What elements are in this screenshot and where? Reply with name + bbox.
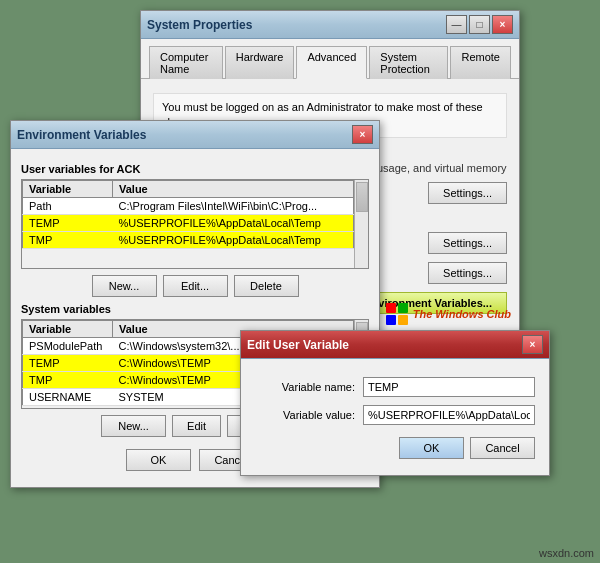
var-value-input[interactable] bbox=[363, 405, 535, 425]
maximize-button[interactable]: □ bbox=[469, 15, 490, 34]
title-bar-buttons: — □ × bbox=[446, 15, 513, 34]
user-profiles-settings-btn[interactable]: Settings... bbox=[428, 232, 507, 254]
user-var-variable: TMP bbox=[23, 232, 113, 249]
edit-var-close-button[interactable]: × bbox=[522, 335, 543, 354]
user-var-value: %USERPROFILE%\AppData\Local\Temp bbox=[113, 232, 354, 249]
var-value-label: Variable value: bbox=[255, 409, 355, 421]
watermark-text: The Windows Club bbox=[413, 308, 511, 320]
windows-logo-icon bbox=[385, 302, 409, 326]
user-vars-scrollbar[interactable] bbox=[354, 180, 368, 268]
edit-var-title-buttons: × bbox=[522, 335, 543, 354]
user-edit-button[interactable]: Edit... bbox=[163, 275, 228, 297]
svg-rect-1 bbox=[398, 303, 408, 313]
sys-col-variable: Variable bbox=[23, 321, 113, 338]
user-var-value: %USERPROFILE%\AppData\Local\Temp bbox=[113, 215, 354, 232]
user-vars-section: User variables for ACK Variable Value Pa… bbox=[21, 163, 369, 297]
sys-var-variable: TEMP bbox=[23, 355, 113, 372]
system-vars-title: System variables bbox=[21, 303, 369, 315]
env-vars-close-button[interactable]: × bbox=[352, 125, 373, 144]
bottom-watermark: wsxdn.com bbox=[539, 547, 594, 559]
close-button[interactable]: × bbox=[492, 15, 513, 34]
tab-hardware[interactable]: Hardware bbox=[225, 46, 295, 79]
tab-advanced[interactable]: Advanced bbox=[296, 46, 367, 79]
user-var-variable: TEMP bbox=[23, 215, 113, 232]
env-vars-title-buttons: × bbox=[352, 125, 373, 144]
var-name-label: Variable name: bbox=[255, 381, 355, 393]
svg-rect-2 bbox=[386, 315, 396, 325]
sys-var-variable: USERNAME bbox=[23, 389, 113, 406]
user-new-button[interactable]: New... bbox=[92, 275, 157, 297]
watermark-area: The Windows Club bbox=[385, 302, 511, 326]
user-vars-scrollbar-thumb bbox=[356, 182, 368, 212]
edit-var-btn-row: OK Cancel bbox=[255, 437, 535, 459]
system-new-button[interactable]: New... bbox=[101, 415, 166, 437]
startup-settings-btn[interactable]: Settings... bbox=[428, 262, 507, 284]
user-vars-btn-row: New... Edit... Delete bbox=[21, 275, 369, 297]
var-name-row: Variable name: bbox=[255, 377, 535, 397]
sys-var-variable: PSModulePath bbox=[23, 338, 113, 355]
user-var-row[interactable]: PathC:\Program Files\Intel\WiFi\bin\C:\P… bbox=[23, 198, 354, 215]
user-vars-table-container: Variable Value PathC:\Program Files\Inte… bbox=[21, 179, 369, 269]
tab-remote[interactable]: Remote bbox=[450, 46, 511, 79]
user-col-variable: Variable bbox=[23, 181, 113, 198]
user-col-value: Value bbox=[113, 181, 354, 198]
env-ok-button[interactable]: OK bbox=[126, 449, 191, 471]
user-delete-button[interactable]: Delete bbox=[234, 275, 299, 297]
env-vars-title-bar: Environment Variables × bbox=[11, 121, 379, 149]
user-var-variable: Path bbox=[23, 198, 113, 215]
user-var-value: C:\Program Files\Intel\WiFi\bin\C:\Prog.… bbox=[113, 198, 354, 215]
sys-var-variable: TMP bbox=[23, 372, 113, 389]
env-vars-title: Environment Variables bbox=[17, 128, 146, 142]
user-vars-table: Variable Value PathC:\Program Files\Inte… bbox=[22, 180, 354, 249]
edit-user-variable-dialog: Edit User Variable × Variable name: Vari… bbox=[240, 330, 550, 476]
edit-var-cancel-button[interactable]: Cancel bbox=[470, 437, 535, 459]
tab-computer-name[interactable]: Computer Name bbox=[149, 46, 223, 79]
system-edit-button[interactable]: Edit bbox=[172, 415, 221, 437]
wsxdn-text: wsxdn.com bbox=[539, 547, 594, 559]
user-var-row[interactable]: TMP%USERPROFILE%\AppData\Local\Temp bbox=[23, 232, 354, 249]
edit-var-title: Edit User Variable bbox=[247, 338, 349, 352]
svg-rect-3 bbox=[398, 315, 408, 325]
sys-props-title-bar: System Properties — □ × bbox=[141, 11, 519, 39]
performance-settings-btn[interactable]: Settings... bbox=[428, 182, 507, 204]
sys-props-title: System Properties bbox=[147, 18, 252, 32]
user-vars-title: User variables for ACK bbox=[21, 163, 369, 175]
user-var-row[interactable]: TEMP%USERPROFILE%\AppData\Local\Temp bbox=[23, 215, 354, 232]
var-value-row: Variable value: bbox=[255, 405, 535, 425]
edit-var-ok-button[interactable]: OK bbox=[399, 437, 464, 459]
tabs-container: Computer Name Hardware Advanced System P… bbox=[141, 39, 519, 79]
svg-rect-0 bbox=[386, 303, 396, 313]
edit-var-body: Variable name: Variable value: OK Cancel bbox=[241, 359, 549, 475]
minimize-button[interactable]: — bbox=[446, 15, 467, 34]
watermark-logo: The Windows Club bbox=[385, 302, 511, 326]
tab-system-protection[interactable]: System Protection bbox=[369, 46, 448, 79]
var-name-input[interactable] bbox=[363, 377, 535, 397]
edit-var-title-bar: Edit User Variable × bbox=[241, 331, 549, 359]
